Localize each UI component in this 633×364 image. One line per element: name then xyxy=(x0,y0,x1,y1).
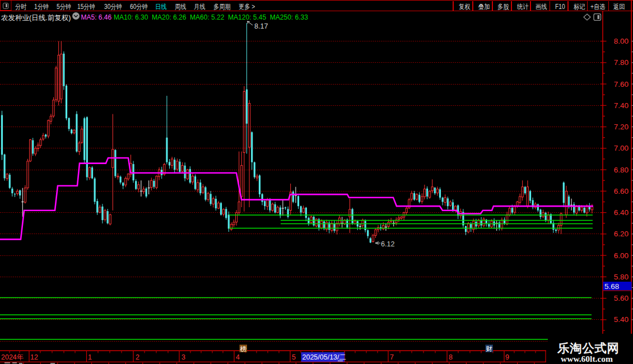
svg-text:5.60: 5.60 xyxy=(614,294,629,302)
svg-text:1: 1 xyxy=(88,353,92,361)
svg-text:6.40: 6.40 xyxy=(614,208,629,217)
svg-text:7.20: 7.20 xyxy=(614,123,629,131)
svg-text:榜: 榜 xyxy=(240,346,247,352)
svg-text:6.12: 6.12 xyxy=(381,240,394,248)
svg-text:7.40: 7.40 xyxy=(614,101,629,110)
svg-text:2025/05/13/二: 2025/05/13/二 xyxy=(302,353,347,361)
svg-text:4: 4 xyxy=(236,353,240,361)
svg-text:www.60lt.com: www.60lt.com xyxy=(561,354,613,363)
svg-text:6.60: 6.60 xyxy=(614,187,629,195)
svg-text:7: 7 xyxy=(390,353,394,361)
svg-text:6.20: 6.20 xyxy=(614,230,629,238)
svg-text:7.60: 7.60 xyxy=(614,80,629,88)
svg-text:乐淘公式网: 乐淘公式网 xyxy=(557,342,620,355)
svg-text:5.68: 5.68 xyxy=(604,282,619,291)
svg-text:9: 9 xyxy=(505,353,509,361)
svg-text:7.00: 7.00 xyxy=(614,144,629,152)
svg-text:财: 财 xyxy=(486,346,493,352)
svg-text:7.80: 7.80 xyxy=(614,58,629,67)
svg-text:8: 8 xyxy=(449,353,453,361)
svg-text:2: 2 xyxy=(136,353,139,361)
svg-text:3: 3 xyxy=(181,353,185,361)
svg-text:6.80: 6.80 xyxy=(614,166,629,174)
svg-text:5.80: 5.80 xyxy=(614,273,629,281)
svg-text:8.17: 8.17 xyxy=(254,22,268,30)
svg-text:12: 12 xyxy=(30,353,38,361)
svg-text:5: 5 xyxy=(292,353,296,361)
svg-text:5.40: 5.40 xyxy=(614,315,629,324)
svg-text:8.00: 8.00 xyxy=(614,37,629,45)
svg-text:2024年: 2024年 xyxy=(1,353,24,361)
svg-text:6.00: 6.00 xyxy=(614,251,629,260)
